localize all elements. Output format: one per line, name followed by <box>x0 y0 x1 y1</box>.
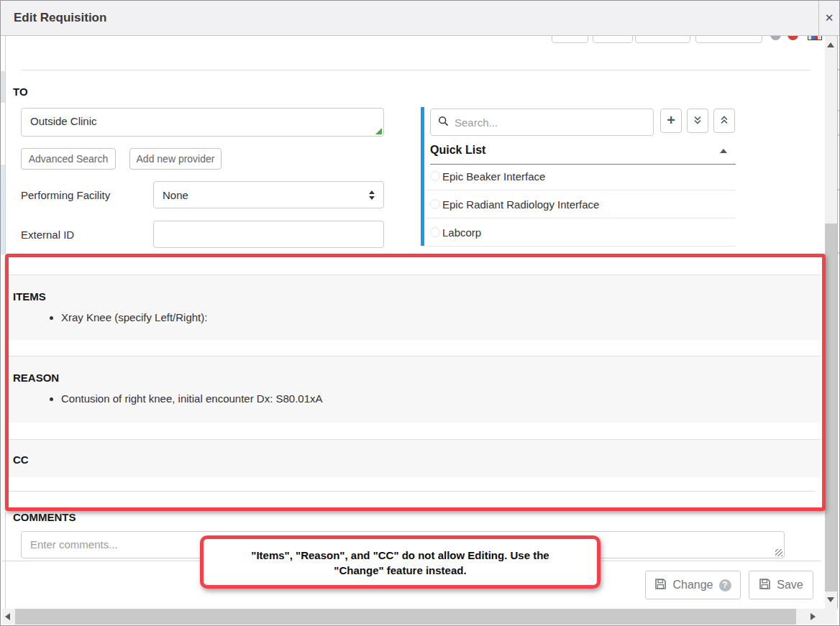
advanced-search-button[interactable]: Advanced Search <box>21 148 116 170</box>
items-section: ITEMS Xray Knee (specify Left/Right): <box>6 275 821 340</box>
annotation-callout: "Items", "Reason", and "CC" do not allow… <box>200 535 601 589</box>
page-behind-edge <box>837 36 838 609</box>
quick-list-radio[interactable] <box>430 227 440 237</box>
annotation-text-line1: "Items", "Reason", and "CC" do not allow… <box>204 548 597 563</box>
cc-section: CC <box>6 439 821 477</box>
performing-facility-value: None <box>163 189 188 201</box>
quick-list-radio[interactable] <box>430 199 440 209</box>
quick-list-item[interactable]: Epic Radiant Radiology Interface <box>442 198 599 211</box>
dialog-titlebar: Edit Requisition ✕ <box>1 1 839 36</box>
quick-list-accent-bar <box>421 107 424 246</box>
search-icon <box>438 116 449 129</box>
list-divider <box>426 246 736 247</box>
double-chevron-down-icon <box>693 115 703 127</box>
search-input[interactable] <box>455 116 646 129</box>
resize-handle-icon[interactable] <box>375 128 382 134</box>
plus-icon: + <box>667 113 675 127</box>
quick-list-radio[interactable] <box>430 171 440 181</box>
change-button[interactable]: Change ? <box>645 571 741 599</box>
add-new-provider-button[interactable]: Add new provider <box>129 148 222 170</box>
scroll-up-icon[interactable] <box>827 42 834 47</box>
quick-list-item[interactable]: Labcorp <box>442 226 481 239</box>
double-chevron-up-icon <box>719 115 729 127</box>
resize-handle-icon[interactable] <box>775 549 782 556</box>
list-divider <box>426 190 736 190</box>
reason-heading: REASON <box>13 372 821 384</box>
collapse-section-icon[interactable] <box>720 149 727 153</box>
items-entry: Xray Knee (specify Left/Right): <box>61 311 821 323</box>
cc-heading: CC <box>13 454 821 466</box>
select-updown-icon <box>369 190 375 200</box>
save-button[interactable]: Save <box>749 571 813 599</box>
comments-heading: COMMENTS <box>13 511 76 523</box>
edit-requisition-dialog: Edit Requisition ✕ TO Outside Clinic Adv… <box>0 0 840 626</box>
external-id-input[interactable] <box>153 221 384 248</box>
expand-all-button[interactable] <box>687 109 708 133</box>
collapse-all-button[interactable] <box>713 109 735 133</box>
save-disk-icon <box>654 578 667 593</box>
dialog-title: Edit Requisition <box>14 1 106 34</box>
items-list: Xray Knee (specify Left/Right): <box>6 311 821 323</box>
cc-divider <box>6 491 815 492</box>
provider-search-box <box>430 109 654 136</box>
help-icon[interactable]: ? <box>719 579 731 592</box>
list-divider <box>426 218 736 218</box>
reason-section: REASON Contusion of right knee, initial … <box>6 356 821 423</box>
items-heading: ITEMS <box>13 290 821 303</box>
recipient-field-wrap: Outside Clinic <box>21 108 384 137</box>
horizontal-scrollbar-thumb[interactable] <box>15 609 796 625</box>
reason-list: Contusion of right knee, initial encount… <box>6 392 821 405</box>
add-provider-plus-button[interactable]: + <box>660 109 682 133</box>
close-icon: ✕ <box>825 11 834 24</box>
recipient-textarea[interactable]: Outside Clinic <box>21 108 384 137</box>
performing-facility-label: Performing Facility <box>21 189 110 201</box>
scroll-right-icon[interactable] <box>811 613 816 620</box>
vertical-scrollbar-thumb[interactable] <box>825 224 837 592</box>
performing-facility-select[interactable]: None <box>153 181 384 208</box>
to-heading: TO <box>13 86 28 98</box>
external-id-wrap <box>153 221 384 248</box>
annotation-text-line2: "Change" feature instead. <box>204 563 597 578</box>
quick-list-underline <box>430 164 736 165</box>
top-divider <box>21 70 811 70</box>
scroll-left-icon[interactable] <box>5 613 10 620</box>
external-id-label: External ID <box>21 229 74 241</box>
close-button[interactable]: ✕ <box>818 1 839 35</box>
quick-list-item[interactable]: Epic Beaker Interface <box>442 170 545 183</box>
save-button-label: Save <box>777 579 803 592</box>
change-button-label: Change <box>672 579 713 592</box>
quick-list-heading: Quick List <box>430 144 485 157</box>
content-left-border <box>5 36 6 254</box>
save-disk-icon <box>759 578 771 593</box>
reason-entry: Contusion of right knee, initial encount… <box>61 392 821 405</box>
scroll-down-icon[interactable] <box>827 597 834 602</box>
